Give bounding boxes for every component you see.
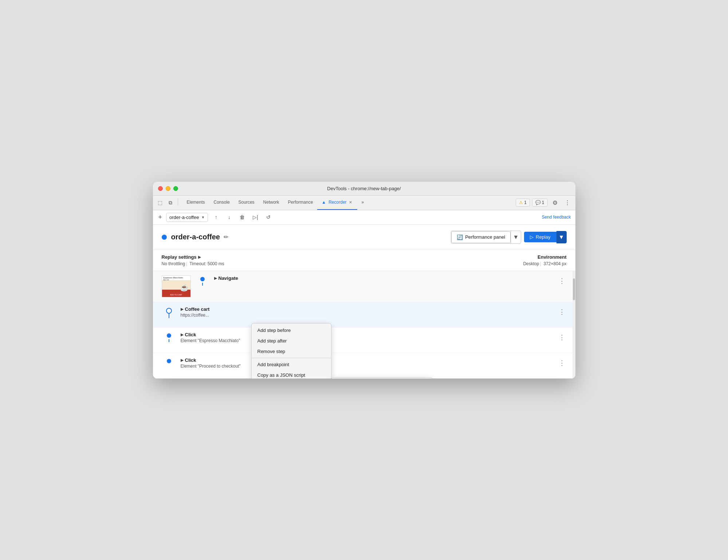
- add-recording-button[interactable]: +: [157, 212, 164, 222]
- step-1-more-button[interactable]: ⋮: [557, 275, 567, 286]
- context-separator-1: [252, 358, 331, 358]
- more-options-button[interactable]: ⋮: [562, 197, 572, 208]
- message-badge[interactable]: 💬 1: [532, 199, 548, 207]
- context-add-step-after[interactable]: Add step after: [252, 336, 331, 346]
- perf-panel-icon: 🔄: [457, 234, 463, 240]
- perf-panel-dropdown-button[interactable]: ▼: [511, 231, 521, 243]
- tab-sources[interactable]: Sources: [234, 195, 259, 210]
- step-1-dot: [200, 277, 205, 281]
- tab-console[interactable]: Console: [209, 195, 234, 210]
- step-over-button[interactable]: ▷|: [250, 212, 260, 222]
- replay-settings-title: Replay settings ▶: [162, 254, 523, 260]
- tab-network[interactable]: Network: [259, 195, 284, 210]
- devtools-content: ⬚ ⧉ Elements Console Sources Network Per…: [153, 196, 575, 379]
- tab-bar: ⬚ ⧉ Elements Console Sources Network Per…: [153, 196, 575, 210]
- warning-badge[interactable]: ⚠ 1: [516, 199, 530, 207]
- step-3-content: ▶ Click Element "Espresso Macchiato": [181, 332, 557, 343]
- perf-panel-label: Performance panel: [465, 234, 505, 240]
- step-3-subtitle: Element "Espresso Macchiato": [181, 338, 557, 343]
- step-4-dot: [167, 359, 171, 363]
- export-button[interactable]: ↑: [211, 212, 221, 222]
- replay-dropdown-button[interactable]: ▼: [556, 231, 567, 243]
- step-4-expand-icon[interactable]: ▶: [181, 358, 184, 362]
- step-3-expand-icon[interactable]: ▶: [181, 333, 184, 337]
- context-remove-step[interactable]: Remove step: [252, 346, 331, 357]
- perf-panel-button[interactable]: 🔄 Performance panel: [451, 231, 511, 243]
- traffic-lights: [158, 186, 178, 191]
- step-3-line: [169, 339, 169, 342]
- step-4-title: ▶ Click: [181, 357, 557, 363]
- step-1-title: ▶ Navigate: [214, 275, 557, 281]
- settings-row: Replay settings ▶ No throttling Timeout:…: [153, 250, 575, 271]
- minimize-button[interactable]: [166, 186, 170, 191]
- send-feedback-link[interactable]: Send feedback: [542, 215, 571, 220]
- environment-detail: Desktop 372×804 px: [523, 261, 566, 266]
- settings-button[interactable]: ⚙: [550, 197, 560, 208]
- replay-icon-toolbar[interactable]: ↺: [263, 212, 274, 222]
- scrollbar-thumb[interactable]: [573, 278, 575, 300]
- context-add-step-before[interactable]: Add step before: [252, 325, 331, 336]
- settings-expand-icon[interactable]: ▶: [198, 255, 201, 259]
- window-title: DevTools - chrome://new-tab-page/: [327, 186, 401, 191]
- close-button[interactable]: [158, 186, 163, 191]
- edit-title-button[interactable]: ✏: [224, 234, 228, 240]
- step-2-timeline: [162, 306, 176, 314]
- context-copy-json[interactable]: Copy as a JSON script: [252, 370, 331, 379]
- step-3-more-button[interactable]: ⋮: [557, 332, 567, 343]
- tab-recorder[interactable]: ▲ Recorder ✕: [317, 195, 357, 210]
- recording-status-dot: [162, 235, 167, 240]
- thumbnail-add-button: ADD TO CART: [169, 293, 184, 296]
- step-1-content: ▶ Navigate: [214, 275, 557, 281]
- replay-settings: Replay settings ▶ No throttling Timeout:…: [162, 254, 523, 266]
- cursor-icon[interactable]: ⬚: [156, 198, 165, 207]
- step-3-title: ▶ Click: [181, 332, 557, 337]
- tab-close-button[interactable]: ✕: [348, 200, 353, 205]
- step-1-line: [202, 283, 203, 286]
- message-count: 1: [542, 200, 544, 205]
- replay-settings-detail: No throttling Timeout: 5000 ms: [162, 261, 523, 266]
- perf-panel-button-group: 🔄 Performance panel ▼: [451, 231, 521, 244]
- dropdown-arrow-icon: ▼: [201, 215, 205, 219]
- step-4-timeline: [162, 357, 176, 363]
- delete-recording-button[interactable]: 🗑: [237, 212, 247, 222]
- submenu: Copy as a @puppeteer/replay script Copy …: [331, 377, 433, 379]
- device-icon[interactable]: ⧉: [166, 198, 175, 207]
- step-2-more-button[interactable]: ⋮: [557, 306, 567, 317]
- step-1-timeline: [195, 275, 210, 281]
- step-1-expand-icon[interactable]: ▶: [214, 276, 217, 280]
- replay-button-group: ▷ Replay ▼: [524, 231, 566, 243]
- step-click-checkout: ▶ Click Element "Proceed to checkout" ⋮: [153, 353, 575, 379]
- thumbnail-image: Espresso Macchiato $12.00 ☕ ADD TO CART: [162, 276, 190, 297]
- replay-play-icon: ▷: [530, 234, 534, 240]
- tab-performance[interactable]: Performance: [284, 195, 318, 210]
- recording-actions: 🔄 Performance panel ▼ ▷ Replay ▼: [451, 231, 566, 244]
- tab-more[interactable]: »: [357, 195, 369, 210]
- step-4-more-button[interactable]: ⋮: [557, 357, 567, 368]
- tab-elements[interactable]: Elements: [182, 195, 209, 210]
- replay-label: Replay: [536, 234, 550, 240]
- step-2-expand-icon[interactable]: ▶: [181, 307, 184, 311]
- step-3-dot: [167, 333, 171, 338]
- step-coffee-cart: ▶ Coffee cart https://coffee... ⋮ Add st…: [153, 302, 575, 328]
- import-button[interactable]: ↓: [224, 212, 234, 222]
- step-2-line: [169, 314, 169, 318]
- devtools-window: DevTools - chrome://new-tab-page/ ⬚ ⧉ El…: [153, 182, 575, 379]
- step-2-dot: [166, 308, 172, 314]
- context-menu: Add step before Add step after Remove st…: [251, 323, 331, 379]
- step-4-subtitle: Element "Proceed to checkout": [181, 364, 557, 369]
- warning-icon: ⚠: [519, 200, 523, 205]
- step-thumbnail: Espresso Macchiato $12.00 ☕ ADD TO CART: [162, 275, 191, 297]
- maximize-button[interactable]: [173, 186, 178, 191]
- context-add-breakpoint[interactable]: Add breakpoint: [252, 359, 331, 370]
- recording-selector[interactable]: order-a-coffee ▼: [166, 213, 208, 222]
- thumbnail-mug-icon: ☕: [180, 284, 188, 292]
- scrollbar[interactable]: [572, 271, 575, 379]
- step-navigate: Espresso Macchiato $12.00 ☕ ADD TO CART …: [153, 271, 575, 302]
- step-3-timeline: [162, 332, 176, 338]
- step-4-content: ▶ Click Element "Proceed to checkout": [181, 357, 557, 369]
- environment-title: Environment: [523, 254, 566, 260]
- tab-right-actions: ⚠ 1 💬 1 ⚙ ⋮: [516, 197, 572, 208]
- warning-count: 1: [524, 200, 527, 205]
- replay-button[interactable]: ▷ Replay: [524, 232, 556, 242]
- step-2-subtitle: https://coffee...: [181, 313, 557, 318]
